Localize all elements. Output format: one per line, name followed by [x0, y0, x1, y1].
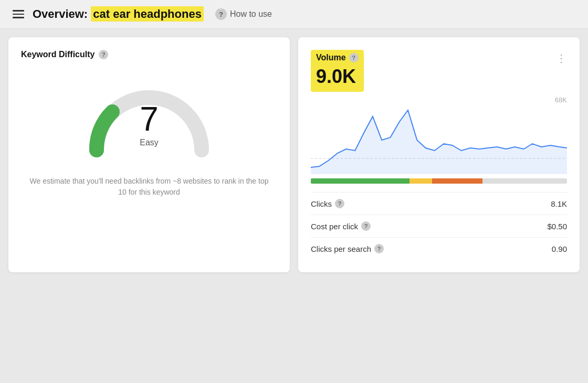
gauge-number: 7 [140, 102, 159, 136]
how-to-use-label: How to use [230, 9, 272, 19]
clicks-help-icon[interactable]: ? [335, 199, 344, 208]
cps-value: 0.90 [552, 244, 567, 253]
difficulty-bar [311, 178, 567, 184]
chart-max-label: 68K [311, 96, 567, 104]
volume-card: Volume ? 9.0K ⋮ 68K [298, 37, 580, 272]
cpc-label-text: Cost per click [311, 222, 358, 231]
kd-title: Keyword Difficulty [21, 50, 94, 59]
volume-header: Volume ? 9.0K ⋮ [311, 50, 567, 92]
bar-yellow [410, 178, 432, 184]
clicks-row: Clicks ? 8.1K [311, 192, 567, 215]
bar-green [311, 178, 410, 184]
help-icon: ? [215, 8, 227, 20]
metrics-list: Clicks ? 8.1K Cost per click ? $0.50 Cli… [311, 192, 567, 260]
chart-svg [311, 106, 567, 174]
volume-label-box: Volume ? [311, 50, 364, 66]
page-title: Overview: cat ear headphones [33, 7, 204, 21]
cps-label: Clicks per search ? [311, 244, 384, 253]
clicks-label-text: Clicks [311, 199, 332, 208]
clicks-value: 8.1K [551, 199, 567, 208]
keyword-difficulty-card: Keyword Difficulty ? 7 Easy We estimate … [8, 37, 290, 272]
how-to-use-button[interactable]: ? How to use [215, 8, 272, 20]
header: Overview: cat ear headphones ? How to us… [0, 0, 588, 29]
gauge-container: 7 Easy [81, 74, 217, 158]
cpc-value: $0.50 [547, 222, 567, 231]
more-options-button[interactable]: ⋮ [556, 52, 567, 65]
clicks-label: Clicks ? [311, 199, 344, 208]
hamburger-menu[interactable] [10, 8, 26, 20]
kd-card-header: Keyword Difficulty ? [21, 50, 277, 59]
volume-help-icon[interactable]: ? [349, 53, 359, 62]
cps-help-icon[interactable]: ? [374, 244, 384, 253]
volume-chart [311, 106, 567, 174]
title-highlight: cat ear headphones [91, 6, 204, 22]
cpc-row: Cost per click ? $0.50 [311, 215, 567, 237]
gauge-center: 7 Easy [140, 102, 159, 147]
svg-marker-1 [311, 110, 567, 174]
title-prefix: Overview: [33, 7, 91, 20]
cpc-help-icon[interactable]: ? [361, 221, 371, 231]
gauge-label: Easy [140, 138, 159, 147]
cpc-label: Cost per click ? [311, 221, 371, 231]
volume-value: 9.0K [311, 65, 364, 92]
cps-row: Clicks per search ? 0.90 [311, 237, 567, 260]
kd-help-icon[interactable]: ? [99, 50, 108, 59]
volume-label: Volume [316, 53, 346, 62]
bar-gray [482, 178, 567, 184]
kd-description: We estimate that you'll need backlinks f… [21, 176, 277, 198]
main-content: Keyword Difficulty ? 7 Easy We estimate … [0, 29, 588, 281]
bar-orange [432, 178, 483, 184]
cps-label-text: Clicks per search [311, 244, 371, 253]
volume-top: Volume ? 9.0K [311, 50, 364, 92]
